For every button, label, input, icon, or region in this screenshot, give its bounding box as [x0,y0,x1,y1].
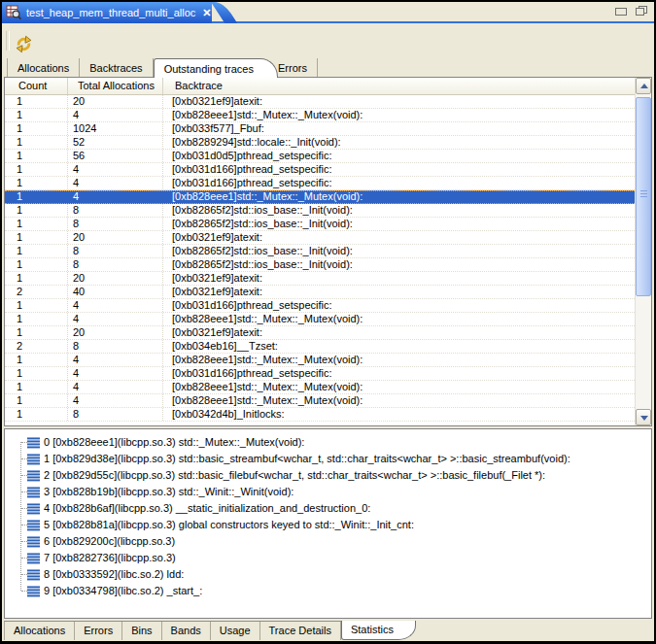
cell-total-allocations: 4 [68,191,163,203]
cell-count: 1 [5,394,68,407]
table-row[interactable]: 28[0xb034eb16]__Tzset: [5,340,635,354]
table-row[interactable]: 18[0xb82865f2]std::ios_base::_Init(void)… [5,258,635,272]
view-window: test_heap_mem_thread_multi_alloc ✕ Alloc… [2,2,654,641]
table-row[interactable]: 18[0xb82865f2]std::ios_base::_Init(void)… [5,245,635,258]
table-row[interactable]: 120[0xb0321ef9]atexit: [5,326,635,340]
tab-backtraces[interactable]: Backtraces [80,58,153,77]
table-row[interactable]: 120[0xb0321ef9]atexit: [5,231,635,245]
vertical-scrollbar[interactable] [635,78,651,425]
table-row[interactable]: 156[0xb031d0d5]pthread_setspecific: [5,150,635,163]
table-row[interactable]: 18[0xb82865f2]std::ios_base::_Init(void)… [5,204,635,218]
table-row[interactable]: 152[0xb8289294]std::locale::_Init(void): [5,136,635,150]
table-row[interactable]: 11024[0xb033f577]_Fbuf: [5,122,635,136]
backtrace-item[interactable]: 2 [0xb829d55c](libcpp.so.3) std::basic_f… [5,467,651,484]
cell-backtrace: [0xb033f577]_Fbuf: [163,122,635,135]
scroll-down-icon [640,416,648,421]
cell-backtrace: [0xb031d166]pthread_setspecific: [163,367,635,380]
scroll-down-button[interactable] [636,409,651,425]
column-header-total-allocations[interactable]: Total Allocations [68,78,163,94]
close-icon[interactable]: ✕ [202,7,211,19]
table-row[interactable]: 240[0xb0321ef9]atexit: [5,286,635,299]
backtrace-item-text: 6 [0xb829200c](libcpp.so.3) [44,535,175,547]
column-header-count[interactable]: Count [5,78,68,94]
cell-total-allocations: 52 [68,136,163,149]
backtrace-item-text: 0 [0xb828eee1](libcpp.so.3) std::_Mutex:… [44,436,304,448]
stack-frames-icon [27,520,40,531]
table-row[interactable]: 14[0xb828eee1]std::_Mutex::_Mutex(void): [5,354,635,367]
bottom-tab-usage[interactable]: Usage [211,622,260,640]
cell-total-allocations: 4 [68,109,163,121]
backtrace-item-text: 1 [0xb829d38e](libcpp.so.3) std::basic_s… [44,453,570,464]
table-row[interactable]: 120[0xb0321ef9]atexit: [5,272,635,286]
scrollbar-thumb[interactable] [636,97,651,296]
table-row[interactable]: 14[0xb828eee1]std::_Mutex::_Mutex(void): [5,109,635,122]
table-row[interactable]: 14[0xb031d166]pthread_setspecific: [5,163,635,177]
refresh-traces-button[interactable] [13,33,34,54]
cell-backtrace: [0xb82865f2]std::ios_base::_Init(void): [163,258,635,271]
bottom-tab-bins[interactable]: Bins [122,622,161,640]
restore-icon[interactable] [636,6,647,16]
cell-backtrace: [0xb0321ef9]atexit: [163,286,635,298]
bottom-tab-trace-details[interactable]: Trace Details [260,622,341,640]
backtrace-item-text: 7 [0xb8282736](libcpp.so.3) [44,552,176,563]
backtrace-item-text: 4 [0xb828b6af](libcpp.so.3) __static_ini… [44,502,370,514]
minimize-icon[interactable] [615,8,627,16]
cell-count: 1 [5,122,68,135]
table-row[interactable]: 14[0xb031d166]pthread_setspecific: [5,177,635,190]
cell-backtrace: [0xb031d0d5]pthread_setspecific: [163,150,635,162]
table-header: Count Total Allocations Backtrace [5,78,635,95]
cell-backtrace: [0xb828eee1]std::_Mutex::_Mutex(void): [163,191,635,203]
cell-total-allocations: 20 [68,326,163,339]
table-row[interactable]: 18[0xb0342d4b]_Initlocks: [5,408,635,422]
backtrace-item[interactable]: 8 [0xb0333592](libc.so.2) ldd: [5,566,651,583]
cell-total-allocations: 20 [68,231,163,244]
cell-total-allocations: 40 [68,286,163,298]
cell-count: 1 [5,95,68,108]
tab-allocations[interactable]: Allocations [7,58,80,77]
backtrace-item[interactable]: 4 [0xb828b6af](libcpp.so.3) __static_ini… [5,500,651,517]
cell-total-allocations: 8 [68,258,163,271]
table-row[interactable]: 14[0xb828eee1]std::_Mutex::_Mutex(void): [5,190,635,204]
scrollbar-grip [640,190,647,198]
table-row[interactable]: 14[0xb031d166]pthread_setspecific: [5,299,635,313]
tab-outstanding-traces[interactable]: Outstanding traces [154,58,278,78]
backtrace-item[interactable]: 5 [0xb828b81a](libcpp.so.3) global const… [5,517,651,533]
cell-backtrace: [0xb828eee1]std::_Mutex::_Mutex(void): [163,381,635,393]
cell-total-allocations: 20 [68,95,163,108]
bottom-tab-errors[interactable]: Errors [75,622,122,640]
cell-count: 1 [5,204,68,217]
backtrace-item[interactable]: 1 [0xb829d38e](libcpp.so.3) std::basic_s… [5,451,651,467]
cell-count: 1 [5,177,68,189]
bottom-tab-statistics[interactable]: Statistics [341,621,416,640]
cell-count: 1 [5,150,68,162]
cell-total-allocations: 56 [68,150,163,162]
cell-backtrace: [0xb031d166]pthread_setspecific: [163,177,635,189]
table-row[interactable]: 14[0xb828eee1]std::_Mutex::_Mutex(void): [5,313,635,326]
backtrace-item-text: 2 [0xb829d55c](libcpp.so.3) std::basic_f… [44,469,545,481]
backtrace-item-text: 5 [0xb828b81a](libcpp.so.3) global const… [44,519,414,530]
cell-count: 2 [5,286,68,298]
table-row[interactable]: 14[0xb828eee1]std::_Mutex::_Mutex(void): [5,394,635,408]
cell-count: 1 [5,245,68,257]
table-row[interactable]: 14[0xb828eee1]std::_Mutex::_Mutex(void): [5,381,635,394]
trace-table-body: 120[0xb0321ef9]atexit:14[0xb828eee1]std:… [5,95,635,425]
bottom-tab-allocations[interactable]: Allocations [4,622,75,640]
backtrace-item[interactable]: 6 [0xb829200c](libcpp.so.3) [5,533,651,550]
view-title: test_heap_mem_thread_multi_alloc [26,7,195,18]
table-row[interactable]: 18[0xb82865f2]std::ios_base::_Init(void)… [5,218,635,231]
backtrace-item[interactable]: 3 [0xb828b19b](libcpp.so.3) std::_Winit:… [5,484,651,500]
scroll-up-button[interactable] [636,78,651,94]
stack-frames-icon [27,586,40,597]
column-header-backtrace[interactable]: Backtrace [163,78,635,94]
table-row[interactable]: 14[0xb031d166]pthread_setspecific: [5,367,635,381]
cell-count: 1 [5,408,68,421]
table-row[interactable]: 120[0xb0321ef9]atexit: [5,95,635,109]
backtrace-item[interactable]: 0 [0xb828eee1](libcpp.so.3) std::_Mutex:… [5,434,651,451]
backtrace-item[interactable]: 9 [0xb0334798](libc.so.2) _start_: [5,583,651,599]
cell-total-allocations: 4 [68,394,163,407]
cell-backtrace: [0xb0321ef9]atexit: [163,231,635,244]
bottom-tab-bands[interactable]: Bands [162,622,211,640]
toolbar-drag-handle[interactable] [6,31,10,51]
view-title-tab[interactable]: test_heap_mem_thread_multi_alloc ✕ [2,2,212,23]
backtrace-item[interactable]: 7 [0xb8282736](libcpp.so.3) [5,550,651,566]
